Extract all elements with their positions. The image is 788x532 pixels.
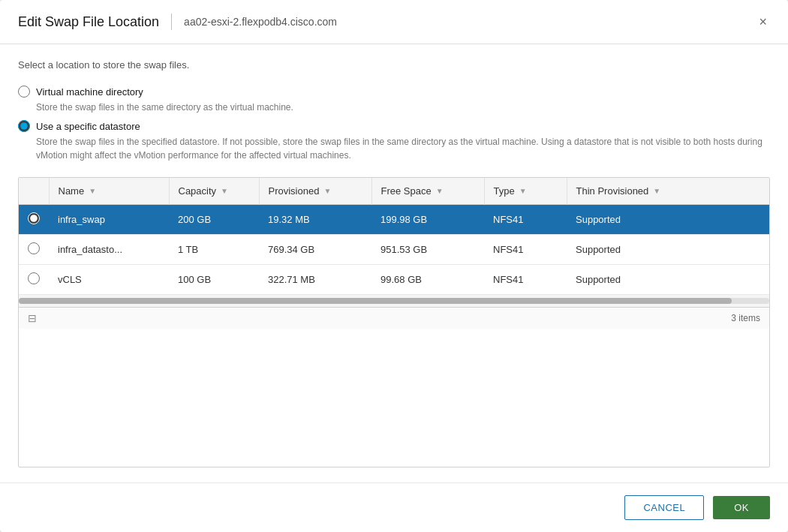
freespace-filter-icon: ▼: [436, 187, 444, 195]
title-group: Edit Swap File Location aa02-esxi-2.flex…: [18, 14, 337, 30]
cell-capacity-1: 1 TB: [169, 235, 259, 265]
row-radio-2[interactable]: [28, 272, 40, 284]
thin-filter-icon: ▼: [653, 187, 660, 195]
cell-freespace-1: 951.53 GB: [371, 235, 484, 265]
table-row[interactable]: infra_swap 200 GB 19.32 MB 199.98 GB NFS…: [19, 205, 769, 235]
scrollbar-track: [19, 298, 769, 304]
cell-capacity-0: 200 GB: [169, 205, 259, 235]
option-vm-dir: Virtual machine directory Store the swap…: [18, 86, 770, 114]
col-header-freespace[interactable]: Free Space ▼: [371, 178, 484, 205]
cell-type-0: NFS41: [484, 205, 567, 235]
location-options: Virtual machine directory Store the swap…: [18, 86, 770, 162]
cell-provisioned-0: 19.32 MB: [259, 205, 371, 235]
table-header-row: Name ▼ Capacity ▼ Provis: [19, 178, 769, 205]
capacity-filter-icon: ▼: [221, 187, 228, 195]
horizontal-scrollbar[interactable]: [19, 295, 769, 307]
table-resize-icon: ⊟: [28, 312, 37, 324]
close-button[interactable]: ×: [756, 12, 770, 32]
option-vm-dir-desc: Store the swap files in the same directo…: [36, 101, 770, 114]
col-header-thin[interactable]: Thin Provisioned ▼: [567, 178, 769, 205]
cell-thin-1: Supported: [567, 235, 769, 265]
cell-capacity-2: 100 GB: [169, 265, 259, 295]
dialog-description: Select a location to store the swap file…: [18, 59, 770, 71]
dialog-title: Edit Swap File Location: [18, 14, 159, 30]
scrollbar-thumb: [19, 298, 732, 304]
row-radio-1[interactable]: [28, 242, 40, 254]
option-specific-ds-radio[interactable]: [18, 120, 30, 132]
row-select-cell[interactable]: [19, 205, 49, 235]
ok-button[interactable]: OK: [713, 496, 770, 519]
option-vm-dir-label: Virtual machine directory: [36, 86, 143, 98]
cell-provisioned-2: 322.71 MB: [259, 265, 371, 295]
option-specific-ds-label-row[interactable]: Use a specific datastore: [18, 120, 770, 132]
table-row[interactable]: vCLS 100 GB 322.71 MB 99.68 GB NFS41 Sup…: [19, 265, 769, 295]
table-footer: ⊟ 3 items: [19, 307, 769, 329]
cell-provisioned-1: 769.34 GB: [259, 235, 371, 265]
row-select-cell[interactable]: [19, 265, 49, 295]
datastore-table: Name ▼ Capacity ▼ Provis: [19, 178, 769, 295]
table-row[interactable]: infra_datasto... 1 TB 769.34 GB 951.53 G…: [19, 235, 769, 265]
col-header-type[interactable]: Type ▼: [484, 178, 567, 205]
option-vm-dir-label-row[interactable]: Virtual machine directory: [18, 86, 770, 98]
cell-freespace-0: 199.98 GB: [371, 205, 484, 235]
cell-freespace-2: 99.68 GB: [371, 265, 484, 295]
items-count: 3 items: [731, 313, 760, 323]
provisioned-filter-icon: ▼: [323, 187, 331, 195]
col-header-select: [19, 178, 49, 205]
dialog-header: Edit Swap File Location aa02-esxi-2.flex…: [0, 0, 788, 44]
cell-thin-2: Supported: [567, 265, 769, 295]
dialog-body: Select a location to store the swap file…: [0, 44, 788, 482]
option-specific-ds-label: Use a specific datastore: [36, 121, 140, 132]
row-radio-0[interactable]: [28, 212, 40, 224]
type-filter-icon: ▼: [519, 187, 527, 195]
col-header-name[interactable]: Name ▼: [49, 178, 169, 205]
title-divider: [171, 14, 172, 30]
cell-name-1: infra_datasto...: [49, 235, 169, 265]
cell-type-2: NFS41: [484, 265, 567, 295]
col-header-provisioned[interactable]: Provisioned ▼: [259, 178, 371, 205]
dialog-server: aa02-esxi-2.flexpodb4.cisco.com: [184, 16, 337, 28]
edit-swap-file-dialog: Edit Swap File Location aa02-esxi-2.flex…: [0, 0, 788, 532]
row-select-cell[interactable]: [19, 235, 49, 265]
cancel-button[interactable]: CANCEL: [624, 495, 704, 520]
col-header-capacity[interactable]: Capacity ▼: [169, 178, 259, 205]
cell-name-2: vCLS: [49, 265, 169, 295]
option-vm-dir-radio[interactable]: [18, 86, 30, 98]
option-specific-ds-desc: Store the swap files in the specified da…: [36, 135, 770, 162]
cell-thin-0: Supported: [567, 205, 769, 235]
cell-type-1: NFS41: [484, 235, 567, 265]
option-specific-ds: Use a specific datastore Store the swap …: [18, 120, 770, 162]
dialog-footer: CANCEL OK: [0, 482, 788, 532]
datastore-table-container: Name ▼ Capacity ▼ Provis: [18, 177, 770, 467]
cell-name-0: infra_swap: [49, 205, 169, 235]
name-filter-icon: ▼: [89, 187, 96, 195]
